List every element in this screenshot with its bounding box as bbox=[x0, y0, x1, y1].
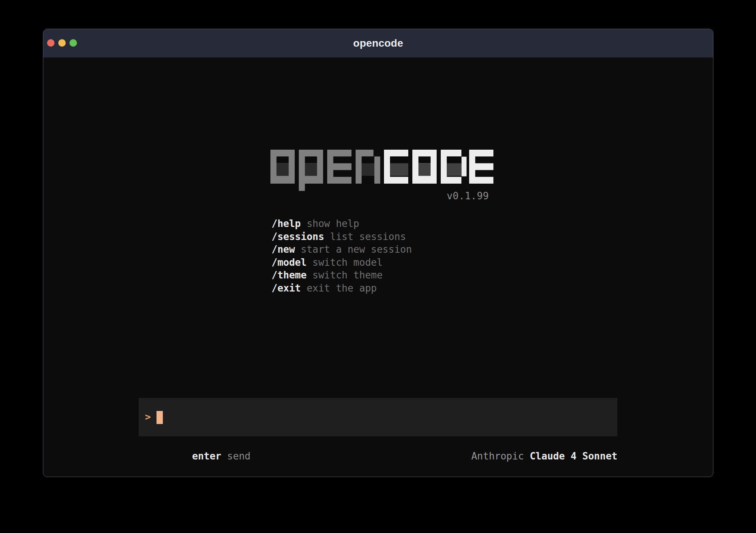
text-cursor bbox=[157, 411, 163, 424]
command-row: /themeswitch theme bbox=[272, 269, 412, 282]
command-description: start a new session bbox=[301, 244, 412, 255]
app-window: opencode v0.1.99 /helpshow help/sessions… bbox=[43, 29, 713, 477]
command-name: /sessions bbox=[272, 231, 324, 242]
command-row: /newstart a new session bbox=[272, 243, 412, 256]
command-name: /help bbox=[272, 218, 301, 229]
command-description: list sessions bbox=[330, 231, 406, 242]
command-row: /exitexit the app bbox=[272, 282, 412, 295]
keybind-action: send bbox=[227, 451, 251, 462]
minimize-button[interactable] bbox=[58, 39, 66, 47]
model-name: Claude 4 Sonnet bbox=[530, 451, 617, 462]
window-title: opencode bbox=[353, 37, 403, 49]
command-name: /new bbox=[272, 244, 295, 255]
zoom-button[interactable] bbox=[69, 39, 77, 47]
command-description: show help bbox=[307, 218, 359, 229]
command-description: switch theme bbox=[313, 269, 383, 281]
model-indicator: AnthropicClaude 4 Sonnet bbox=[424, 439, 617, 473]
command-description: exit the app bbox=[307, 283, 377, 294]
command-list: /helpshow help/sessionslist sessions/new… bbox=[272, 217, 412, 295]
keybind-key: enter bbox=[192, 451, 221, 462]
terminal-content: v0.1.99 /helpshow help/sessionslist sess… bbox=[43, 57, 713, 477]
close-button[interactable] bbox=[47, 39, 55, 47]
command-row: /helpshow help bbox=[272, 217, 412, 230]
opencode-logo bbox=[270, 150, 493, 191]
model-provider: Anthropic bbox=[471, 451, 524, 462]
prompt-input[interactable]: > bbox=[139, 398, 617, 436]
command-row: /modelswitch model bbox=[272, 256, 412, 269]
keybind-hint: entersend bbox=[139, 439, 251, 473]
prompt-chevron-icon: > bbox=[145, 398, 151, 436]
command-description: switch model bbox=[313, 257, 383, 268]
command-row: /sessionslist sessions bbox=[272, 230, 412, 243]
command-name: /model bbox=[272, 257, 307, 268]
command-name: /exit bbox=[272, 283, 301, 294]
version-label: v0.1.99 bbox=[270, 190, 493, 202]
status-bar: entersend AnthropicClaude 4 Sonnet bbox=[139, 439, 617, 473]
command-name: /theme bbox=[272, 269, 307, 281]
titlebar: opencode bbox=[43, 29, 713, 57]
